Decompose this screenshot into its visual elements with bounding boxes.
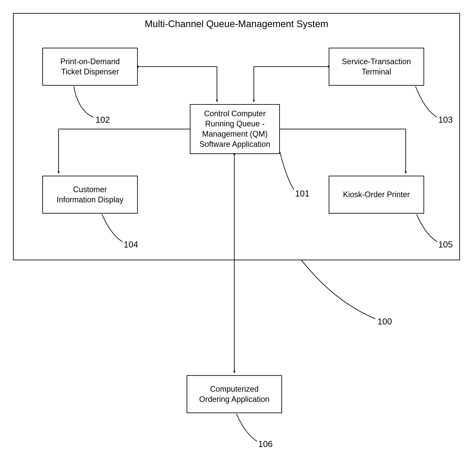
ref-106: 106 <box>258 439 273 449</box>
ref-105: 105 <box>438 240 453 249</box>
box-control-computer: Control Computer Running Queue - Managem… <box>190 104 280 154</box>
diagram-title: Multi-Channel Queue-Management System <box>128 18 345 29</box>
ref-100: 100 <box>378 317 392 327</box>
ref-102: 102 <box>96 115 110 125</box>
ref-103: 103 <box>438 115 453 125</box>
ref-104: 104 <box>124 240 138 249</box>
box-service-terminal: Service-Transaction Terminal <box>329 48 424 86</box>
ref-101: 101 <box>295 189 310 199</box>
box-customer-display: Customer Information Display <box>42 176 138 214</box>
box-ticket-dispenser: Print-on-Demand Ticket Dispenser <box>42 48 138 86</box>
box-kiosk-printer: Kiosk-Order Printer <box>329 176 424 214</box>
diagram-canvas: Multi-Channel Queue-Management System Pr… <box>9 9 464 453</box>
box-ordering-app: Computerized Ordering Application <box>187 375 282 413</box>
